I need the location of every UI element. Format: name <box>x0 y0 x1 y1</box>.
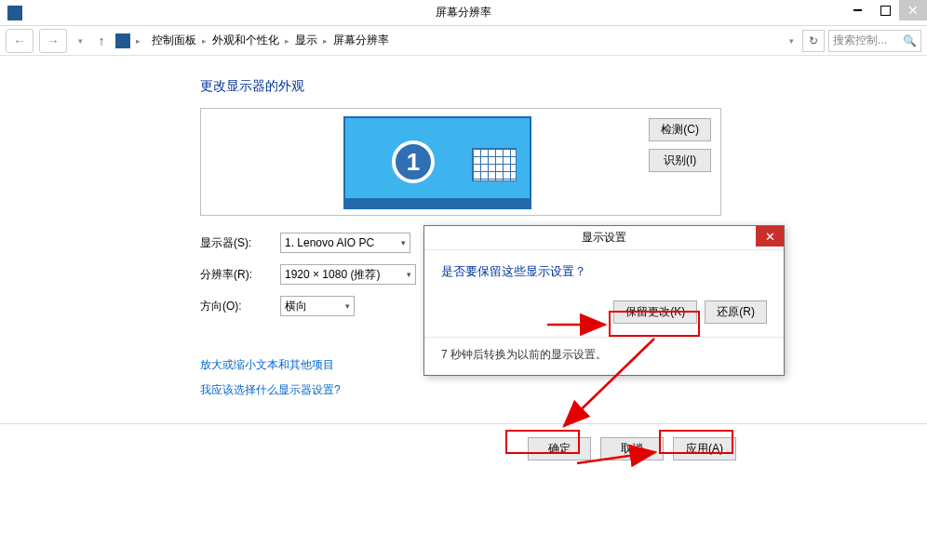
history-dropdown[interactable]: ▾ <box>73 36 87 46</box>
titlebar: 屏幕分辨率 ✕ <box>0 0 927 26</box>
dialog-question: 是否要保留这些显示设置？ <box>441 263 767 280</box>
resolution-select[interactable]: 1920 × 1080 (推荐) ▾ <box>280 264 416 285</box>
breadcrumb: 控制面板 ▸ 外观和个性化 ▸ 显示 ▸ 屏幕分辨率 <box>146 33 778 48</box>
orientation-value: 横向 <box>285 299 307 314</box>
chevron-right-icon: ▸ <box>136 36 141 46</box>
up-button[interactable]: ↑ <box>93 33 110 48</box>
resolution-value: 1920 × 1080 (推荐) <box>285 267 380 283</box>
dialog-close-button[interactable]: ✕ <box>756 226 784 247</box>
orientation-label: 方向(O): <box>200 299 280 314</box>
monitor-taskbar <box>345 198 530 207</box>
app-icon <box>7 6 22 20</box>
identify-button[interactable]: 识别(I) <box>649 149 711 172</box>
maximize-button[interactable] <box>871 0 899 20</box>
dialog-title: 显示设置 <box>582 230 626 246</box>
dialog-titlebar: 显示设置 ✕ <box>424 226 784 250</box>
page-heading: 更改显示器的外观 <box>200 78 927 95</box>
display-label: 显示器(S): <box>200 235 280 251</box>
keep-changes-button[interactable]: 保留更改(K) <box>613 300 697 324</box>
monitor-grid-icon <box>472 148 517 181</box>
cancel-button[interactable]: 取消 <box>600 437 664 460</box>
breadcrumb-item[interactable]: 控制面板 <box>152 33 196 48</box>
breadcrumb-item[interactable]: 显示 <box>295 33 317 48</box>
detect-button[interactable]: 检测(C) <box>649 118 711 141</box>
chevron-down-icon: ▾ <box>407 270 411 279</box>
window-title: 屏幕分辨率 <box>436 5 491 20</box>
close-button[interactable]: ✕ <box>899 0 927 20</box>
search-input[interactable]: 搜索控制... 🔍 <box>828 30 921 52</box>
revert-button[interactable]: 还原(R) <box>705 300 767 324</box>
orientation-select[interactable]: 横向 ▾ <box>280 296 355 316</box>
dialog-countdown: 7 秒钟后转换为以前的显示设置。 <box>424 337 784 372</box>
refresh-button[interactable]: ↻ <box>802 30 825 52</box>
monitor-number-badge: 1 <box>392 140 435 183</box>
chevron-down-icon: ▾ <box>401 238 406 247</box>
chevron-right-icon: ▸ <box>285 36 289 46</box>
chevron-down-icon: ▾ <box>345 301 350 311</box>
address-dropdown[interactable]: ▾ <box>784 36 799 46</box>
breadcrumb-item[interactable]: 屏幕分辨率 <box>333 33 389 48</box>
display-select[interactable]: 1. Lenovo AIO PC ▾ <box>280 233 410 253</box>
chevron-right-icon: ▸ <box>202 36 207 46</box>
ok-button[interactable]: 确定 <box>528 437 591 460</box>
monitor-preview-box: 1 检测(C) 识别(I) <box>200 108 721 216</box>
footer-buttons: 确定 取消 应用(A) <box>0 423 927 473</box>
chevron-right-icon: ▸ <box>323 36 328 46</box>
apply-button[interactable]: 应用(A) <box>673 437 736 460</box>
breadcrumb-item[interactable]: 外观和个性化 <box>212 33 279 48</box>
back-button[interactable]: ← <box>6 29 34 53</box>
display-value: 1. Lenovo AIO PC <box>285 236 374 249</box>
resolution-label: 分辨率(R): <box>200 267 280 283</box>
window-controls: ✕ <box>843 0 927 20</box>
location-icon <box>115 33 130 48</box>
minimize-button[interactable] <box>843 0 871 20</box>
forward-button[interactable]: → <box>39 29 67 53</box>
search-icon: 🔍 <box>903 34 917 47</box>
navbar: ← → ▾ ↑ ▸ 控制面板 ▸ 外观和个性化 ▸ 显示 ▸ 屏幕分辨率 ▾ ↻… <box>0 26 927 56</box>
confirm-dialog: 显示设置 ✕ 是否要保留这些显示设置？ 保留更改(K) 还原(R) 7 秒钟后转… <box>423 225 785 376</box>
monitor-preview[interactable]: 1 <box>343 116 531 209</box>
which-settings-link[interactable]: 我应该选择什么显示器设置? <box>200 382 927 398</box>
search-placeholder: 搜索控制... <box>833 33 887 48</box>
